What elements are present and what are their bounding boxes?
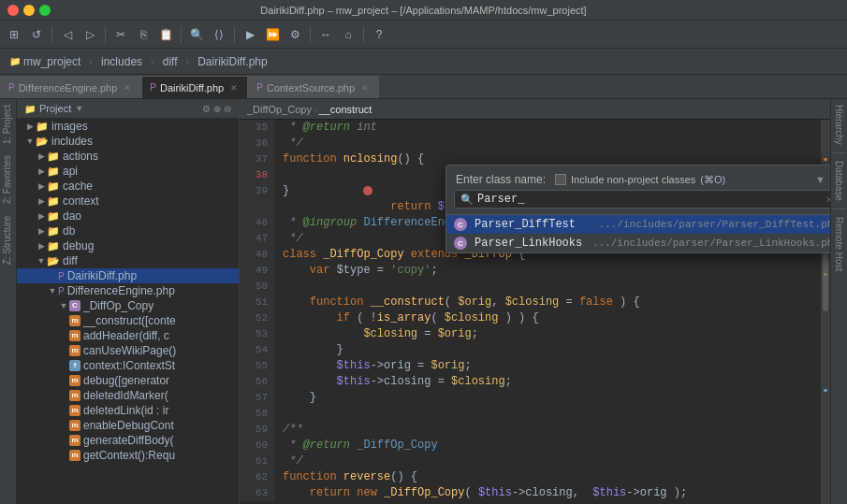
tree-item-includes[interactable]: ▼ 📂 includes xyxy=(17,134,239,149)
suggest-name-linkhooks: Parser_LinkHooks xyxy=(475,237,585,250)
toolbar-btn-terminal[interactable]: ⌂ xyxy=(338,24,358,45)
tree-item-debug[interactable]: ▶ 📁 debug xyxy=(17,238,239,253)
breadcrumb-includes[interactable]: includes xyxy=(95,53,148,70)
toolbar-btn-new[interactable]: ⊞ xyxy=(4,24,24,45)
filter-settings-icon[interactable]: ✎ xyxy=(829,174,830,186)
tree-item-generatediffbody[interactable]: m generateDiffBody( xyxy=(17,433,239,448)
tree-item-context-field[interactable]: f context:IContextSt xyxy=(17,358,239,373)
tab-close-dairikidiff[interactable]: ✕ xyxy=(230,83,238,93)
line-numbers: 35 36 37 38 39 46 47 48 49 50 51 52 53 5… xyxy=(240,120,275,501)
toolbar-sep-5 xyxy=(310,26,311,43)
code-bc-method[interactable]: __construct xyxy=(319,104,372,115)
breadcrumb-bar: 📁 mw_project › includes › diff › Dairiki… xyxy=(0,49,847,75)
left-label-structure[interactable]: Z: Structure xyxy=(0,210,16,270)
tree-item-debug-method[interactable]: m debug([generator xyxy=(17,373,239,388)
sidebar: 📁 Project ▼ ⚙ ⊕ ⊖ ▶ 📁 images ▼ 📂 include… xyxy=(17,99,240,504)
include-nonproject-checkbox[interactable] xyxy=(555,174,566,185)
tree-item-cache[interactable]: ▶ 📁 cache xyxy=(17,179,239,194)
titlebar: DairikiDiff.php – mw_project – [/Applica… xyxy=(0,0,847,21)
suggestion-parser-difftest[interactable]: C Parser_DiffTest .../includes/parser/Pa… xyxy=(446,215,830,234)
tab-dairikidiff[interactable]: P DairikiDiff.php ✕ xyxy=(141,76,248,98)
class-name-input[interactable] xyxy=(477,193,822,206)
toolbar: ⊞ ↺ ◁ ▷ ✂ ⎘ 📋 🔍 ⟨⟩ ▶ ⏩ ⚙ ↔ ⌂ ? xyxy=(0,21,847,49)
tab-close-context-source[interactable]: ✕ xyxy=(361,83,369,93)
toolbar-btn-debug[interactable]: ⏩ xyxy=(262,24,283,45)
sidebar-project-label: Project xyxy=(39,103,71,114)
toolbar-btn-paste[interactable]: 📋 xyxy=(155,24,176,45)
tree-item-canusewikipage[interactable]: m canUseWikiPage() xyxy=(17,343,239,358)
window-title: DairikiDiff.php – mw_project – [/Applica… xyxy=(260,5,586,16)
left-label-favorites[interactable]: 2: Favorites xyxy=(0,150,16,209)
suggest-class-icon-2: C xyxy=(454,237,467,250)
main-layout: 1: Project 2: Favorites Z: Structure 📁 P… xyxy=(0,99,847,504)
tree-item-enabledebug[interactable]: m enableDebugCont xyxy=(17,418,239,433)
minimize-dot[interactable] xyxy=(23,5,35,16)
suggest-class-icon: C xyxy=(454,218,467,231)
search-clear-icon[interactable]: ✕ xyxy=(825,194,830,205)
toolbar-btn-copy[interactable]: ⎘ xyxy=(133,24,153,45)
tab-context-source[interactable]: P ContextSource.php ✕ xyxy=(248,76,379,98)
toolbar-sep-2 xyxy=(105,26,106,43)
breadcrumb-diff[interactable]: diff xyxy=(157,53,183,70)
sidebar-collapse-icon[interactable]: ⊖ xyxy=(224,104,231,114)
close-dot[interactable] xyxy=(7,5,19,16)
toolbar-btn-run[interactable]: ▶ xyxy=(240,24,260,45)
tree-item-diffop-copy-class[interactable]: ▼ C _DiffOp_Copy xyxy=(17,298,239,313)
tree-item-db[interactable]: ▶ 📁 db xyxy=(17,223,239,238)
right-label-database[interactable]: Database xyxy=(832,155,846,207)
toolbar-btn-help[interactable]: ? xyxy=(369,24,389,45)
search-icon: 🔍 xyxy=(460,194,474,206)
sidebar-gear-icon[interactable]: ⚙ xyxy=(202,104,211,114)
shortcut-label: (⌘O) xyxy=(700,174,725,186)
class-name-dialog: Enter class name: Include non-project cl… xyxy=(445,165,830,253)
toolbar-btn-profile[interactable]: ⚙ xyxy=(285,24,305,45)
tree-item-addheader[interactable]: m addHeader(diff, c xyxy=(17,328,239,343)
tree-item-dairikidiff[interactable]: P DairikiDiff.php xyxy=(17,268,239,283)
toolbar-sep-3 xyxy=(181,26,182,43)
tree-item-deletedlink[interactable]: m deletedLink(id : ir xyxy=(17,403,239,418)
right-label-hierarchy[interactable]: Hierarchy xyxy=(832,99,846,151)
right-panel: Hierarchy Database Remote Host xyxy=(830,99,847,504)
tree-item-images[interactable]: ▶ 📁 images xyxy=(17,119,239,134)
code-bc-class[interactable]: _DiffOp_Copy xyxy=(247,104,312,115)
breadcrumb-file[interactable]: DairikiDiff.php xyxy=(192,53,272,70)
tree-item-context[interactable]: ▶ 📁 context xyxy=(17,194,239,209)
maximize-dot[interactable] xyxy=(39,5,51,16)
window-controls xyxy=(7,5,51,16)
tree-item-differenceengine[interactable]: ▼ P DifferenceEngine.php xyxy=(17,283,239,298)
left-panel-labels: 1: Project 2: Favorites Z: Structure xyxy=(0,99,17,504)
dialog-search-container: 🔍 ✕ xyxy=(454,190,830,209)
tree-item-getcontext[interactable]: m getContext():Requ xyxy=(17,448,239,463)
filter-icon[interactable]: ▼ xyxy=(815,174,825,186)
left-label-project[interactable]: 1: Project xyxy=(0,99,16,150)
tree-item-deletedidmarker[interactable]: m deletedIdMarker( xyxy=(17,388,239,403)
suggestion-parser-linkhooks[interactable]: C Parser_LinkHooks .../includes/parser/P… xyxy=(446,234,830,252)
code-breadcrumb: _DiffOp_Copy › __construct xyxy=(240,99,830,120)
toolbar-sep-1 xyxy=(51,26,52,43)
tree-item-actions[interactable]: ▶ 📁 actions xyxy=(17,149,239,164)
toolbar-btn-forward[interactable]: ▷ xyxy=(80,24,100,45)
breadcrumb-mw-project[interactable]: 📁 mw_project xyxy=(4,53,86,70)
toolbar-sep-6 xyxy=(363,26,364,43)
scroll-marker-1 xyxy=(824,158,827,161)
toolbar-btn-back[interactable]: ◁ xyxy=(57,24,78,45)
tree-item-api[interactable]: ▶ 📁 api xyxy=(17,164,239,179)
file-tabs: P DifferenceEngine.php ✕ P DairikiDiff.p… xyxy=(0,75,847,99)
tree-item-dao[interactable]: ▶ 📁 dao xyxy=(17,209,239,223)
dialog-checkbox-area: Include non-project classes (⌘O) xyxy=(555,174,725,186)
sidebar-expand-icon[interactable]: ⊕ xyxy=(213,104,221,114)
tree-item-diff[interactable]: ▼ 📂 diff xyxy=(17,253,239,268)
include-nonproject-label: Include non-project classes xyxy=(571,174,695,185)
toolbar-btn-sync[interactable]: ↺ xyxy=(26,24,47,45)
suggestion-list: C Parser_DiffTest .../includes/parser/Pa… xyxy=(446,214,830,252)
tab-close-difference-engine[interactable]: ✕ xyxy=(124,83,131,93)
toolbar-btn-vcs[interactable]: ↔ xyxy=(315,24,336,45)
tree-item-construct[interactable]: m __construct([conte xyxy=(17,313,239,328)
toolbar-btn-find[interactable]: 🔍 xyxy=(186,24,207,45)
code-area[interactable]: _DiffOp_Copy › __construct 35 36 37 38 3… xyxy=(240,99,830,504)
right-label-remote-host[interactable]: Remote Host xyxy=(832,211,846,277)
suggest-path-difftest: .../includes/parser/Parser_DiffTest.php xyxy=(599,219,830,230)
toolbar-btn-cut[interactable]: ✂ xyxy=(110,24,131,45)
tab-difference-engine[interactable]: P DifferenceEngine.php ✕ xyxy=(0,76,141,98)
toolbar-btn-replace[interactable]: ⟨⟩ xyxy=(209,24,229,45)
